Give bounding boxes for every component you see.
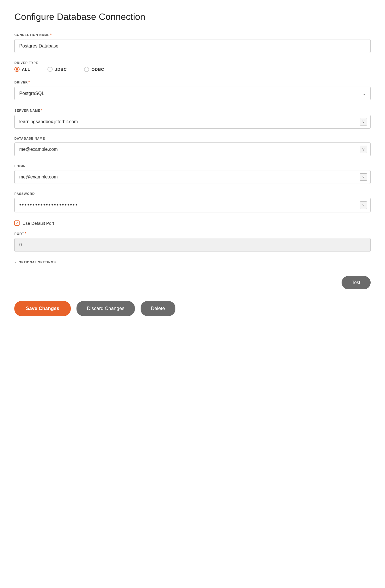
server-name-input-wrapper: V (14, 115, 371, 129)
action-bar-bottom: Save Changes Discard Changes Delete (14, 301, 371, 316)
chevron-right-icon: › (14, 260, 16, 264)
divider (14, 295, 371, 295)
use-default-port-checkbox[interactable]: ✓ (14, 220, 20, 226)
port-group: PORT* (14, 231, 371, 252)
login-input[interactable] (14, 170, 371, 184)
password-input[interactable] (14, 198, 371, 212)
optional-settings-toggle[interactable]: › OPTIONAL SETTINGS (14, 260, 371, 264)
radio-jdbc-label: JDBC (55, 67, 67, 72)
connection-name-group: CONNECTION NAME* (14, 33, 371, 53)
connection-name-input[interactable] (14, 39, 371, 53)
save-button[interactable]: Save Changes (14, 301, 71, 316)
use-default-port-label: Use Default Port (22, 221, 54, 226)
database-name-input[interactable] (14, 142, 371, 156)
radio-jdbc-input[interactable] (47, 67, 53, 72)
password-input-wrapper: V (14, 198, 371, 212)
database-name-input-wrapper: V (14, 142, 371, 156)
driver-type-label: DRIVER TYPE (14, 61, 371, 64)
connection-name-label: CONNECTION NAME* (14, 33, 371, 37)
server-name-label: SERVER NAME* (14, 108, 371, 113)
delete-button[interactable]: Delete (141, 301, 175, 316)
radio-odbc[interactable]: ODBC (84, 67, 104, 72)
discard-button[interactable]: Discard Changes (76, 301, 135, 316)
server-name-group: SERVER NAME* V (14, 108, 371, 129)
radio-all-label: ALL (22, 67, 30, 72)
login-group: LOGIN V (14, 164, 371, 184)
optional-settings-label: OPTIONAL SETTINGS (19, 260, 56, 264)
radio-odbc-input[interactable] (84, 67, 89, 72)
driver-type-options: ALL JDBC ODBC (14, 67, 371, 72)
password-label: PASSWORD (14, 192, 371, 195)
login-input-wrapper: V (14, 170, 371, 184)
password-group: PASSWORD V (14, 192, 371, 212)
driver-type-group: DRIVER TYPE ALL JDBC ODBC (14, 61, 371, 72)
port-input[interactable] (14, 238, 371, 252)
login-label: LOGIN (14, 164, 371, 168)
database-name-group: DATABASE NAME V (14, 137, 371, 156)
database-name-label: DATABASE NAME (14, 137, 371, 140)
radio-all-input[interactable] (14, 67, 20, 72)
driver-select-wrapper: PostgreSQL ⌄ (14, 87, 371, 100)
driver-label: DRIVER* (14, 80, 371, 84)
radio-all[interactable]: ALL (14, 67, 30, 72)
server-name-var-icon[interactable]: V (360, 118, 367, 125)
use-default-port-row[interactable]: ✓ Use Default Port (14, 220, 371, 226)
action-bar-top: Test (14, 276, 371, 289)
driver-select[interactable]: PostgreSQL (14, 87, 371, 100)
driver-group: DRIVER* PostgreSQL ⌄ (14, 80, 371, 100)
server-name-input[interactable] (14, 115, 371, 129)
port-label: PORT* (14, 231, 371, 236)
test-button[interactable]: Test (342, 276, 371, 289)
database-name-var-icon[interactable]: V (360, 146, 367, 153)
login-var-icon[interactable]: V (360, 173, 367, 181)
radio-jdbc[interactable]: JDBC (47, 67, 67, 72)
page-title: Configure Database Connection (14, 12, 371, 22)
checkmark-icon: ✓ (16, 221, 19, 225)
radio-odbc-label: ODBC (91, 67, 104, 72)
password-var-icon[interactable]: V (360, 201, 367, 209)
